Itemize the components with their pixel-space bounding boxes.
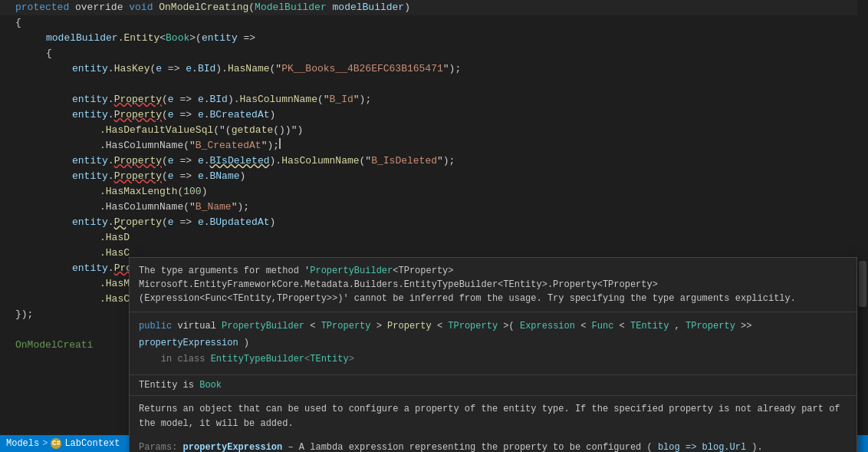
tooltip-tentity-label: TEntity is — [139, 380, 199, 391]
method-hasd: .HasD — [100, 230, 130, 246]
method-property-5-underline: Pr — [114, 215, 127, 230]
text-cursor — [279, 138, 281, 149]
punct: . — [100, 123, 106, 138]
sig-property: Property — [387, 321, 432, 332]
prop-bname: BName — [210, 169, 240, 184]
sig-public: public — [139, 321, 172, 332]
sig-lt4: < — [620, 321, 625, 332]
punct: ( — [162, 153, 168, 169]
method-hascolumnname: HasColumnName — [240, 92, 317, 107]
code-line-14: .HasColumnName(" B_Name "); — [0, 200, 868, 215]
punct: . — [108, 92, 114, 107]
punct: >( — [189, 31, 202, 46]
punct: ) — [270, 107, 276, 123]
tooltip-params-close: ). — [751, 442, 762, 452]
code-line-12: entity . Property ( e => e . BName ) — [0, 169, 868, 184]
punct: (" — [270, 61, 282, 77]
punct: ( — [162, 107, 168, 123]
param: entity — [72, 92, 108, 107]
punct: . — [204, 215, 210, 230]
method-onmodelcreating: OnModelCreating — [159, 0, 248, 15]
param: e — [168, 169, 174, 184]
param: e — [198, 215, 204, 230]
punct: override — [69, 0, 129, 15]
punct: "); — [443, 61, 461, 77]
prop-bcreatedat: BCreatedAt — [210, 107, 270, 123]
method-hasmaxlength: HasMaxLength — [106, 184, 178, 200]
punct: ("( — [213, 123, 231, 138]
punct: . — [108, 215, 114, 230]
punct: ())") — [273, 123, 303, 138]
sig-tentity2: TEntity — [310, 354, 348, 365]
punct: ). — [270, 153, 282, 169]
method-property-1: Property — [114, 92, 162, 107]
sig-space: virtual — [177, 321, 222, 332]
method-property-4: Property — [114, 169, 162, 184]
tooltip-error: The type arguments for method 'PropertyB… — [130, 258, 856, 312]
punct: "); — [437, 153, 455, 169]
punct: => — [174, 92, 198, 107]
string-b-id: B_Id — [330, 92, 353, 107]
param: entity — [72, 169, 108, 184]
code-line-15: entity . Property ( e => e . BUpdatedAt … — [0, 215, 868, 230]
tooltip-docs-text: Returns an object that can be used to co… — [139, 404, 840, 429]
code-line-9: . HasDefaultValueSql ("( getdate ())") — [0, 123, 868, 138]
tooltip-popup: The type arguments for method 'PropertyB… — [129, 257, 857, 452]
punct: . — [192, 61, 198, 77]
punct — [327, 0, 333, 15]
editor-container: protected override void OnModelCreating … — [0, 0, 868, 452]
punct — [153, 0, 159, 15]
param: e — [168, 92, 174, 107]
punct: => — [174, 107, 198, 123]
code-line-5: entity . HasKey ( e => e . BId ). HasNam… — [0, 61, 868, 77]
punct: . — [204, 92, 210, 107]
param-e2: e — [186, 61, 192, 77]
tooltip-entity-section: TEntity is Book — [130, 375, 856, 396]
param: entity — [72, 61, 108, 77]
sig-tproperty: TProperty — [321, 321, 371, 332]
punct: => — [162, 61, 186, 77]
punct: (" — [360, 153, 372, 169]
tooltip-error-text: The type arguments for method ' — [139, 266, 310, 276]
punct: . — [118, 31, 124, 46]
scrollbar-vertical[interactable] — [857, 0, 868, 435]
sig-expression: Expression — [520, 321, 575, 332]
type-modelbuilder: ModelBuilder — [255, 0, 327, 15]
tooltip-params: Params: propertyExpression – A lambda ex… — [130, 437, 856, 452]
tooltip-params-bold: propertyExpression — [183, 442, 283, 452]
param: e — [198, 92, 204, 107]
method-haskey: HasKey — [114, 61, 150, 77]
tooltip-docs: Returns an object that can be used to co… — [130, 396, 856, 437]
method-hasc: .HasC — [100, 246, 130, 261]
code-line-16: .HasD — [0, 230, 868, 246]
tooltip-params-label: Params: — [139, 442, 183, 452]
code-line-10: .HasColumnName(" B_CreatedAt "); — [0, 138, 868, 153]
tooltip-params-text: – A lambda expression representing the p… — [288, 442, 652, 452]
breadcrumb-separator: > — [42, 438, 48, 449]
method-hascolumnname2: HasColumnName — [281, 153, 359, 169]
method-property-5: operty — [126, 215, 162, 230]
punct: => — [174, 153, 198, 169]
sig-lt: < — [310, 321, 315, 332]
punct: ) — [270, 215, 276, 230]
string-pk: PK__Books__4B26EFC63B165471 — [281, 61, 443, 77]
sig-tproperty2: TProperty — [448, 321, 498, 332]
punct: ( — [162, 215, 168, 230]
punct: < — [159, 31, 166, 46]
param: e — [198, 169, 204, 184]
punct: ( — [177, 184, 183, 200]
breadcrumb: Models > C# LabContext — [6, 438, 120, 449]
punct: }); — [15, 307, 33, 322]
punct: "); — [261, 138, 279, 153]
tooltip-signature-line1: public virtual PropertyBuilder < TProper… — [139, 318, 847, 351]
scrollbar-thumb[interactable] — [859, 261, 866, 307]
param: e — [198, 107, 204, 123]
punct: . — [204, 107, 210, 123]
punct: "); — [353, 92, 371, 107]
tooltip-error-text4: (Expression<Func<TEntity,TProperty>>)' c… — [139, 293, 796, 304]
brace-open: { — [15, 15, 21, 31]
punct: => — [238, 31, 255, 46]
sig-gt2: >( — [503, 321, 514, 332]
sig-gt3: >> — [741, 321, 751, 332]
param: entity — [72, 107, 108, 123]
